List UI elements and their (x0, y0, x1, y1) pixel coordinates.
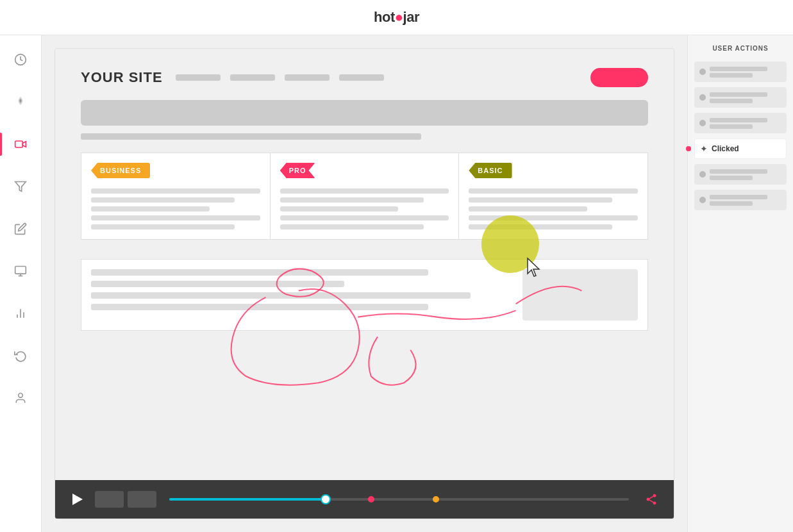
time-box-1 (95, 491, 124, 508)
action-text-3 (710, 118, 781, 129)
action-line (710, 176, 753, 180)
mock-bottom-section (81, 259, 648, 331)
pricing-col-pro: PRO (271, 153, 460, 239)
pricing-section: BUSINESS PRO (81, 153, 648, 240)
sidebar-item-history[interactable] (9, 344, 32, 367)
line (91, 206, 210, 212)
line (469, 215, 638, 220)
pro-badge: PRO (280, 163, 315, 178)
svg-rect-1 (15, 141, 23, 147)
sidebar-item-heatmaps[interactable] (9, 90, 32, 113)
logo-dot: ● (395, 9, 403, 25)
progress-thumb[interactable] (321, 494, 331, 504)
action-item-1[interactable] (694, 62, 787, 82)
action-line (710, 73, 753, 78)
event-dot-red (368, 496, 374, 503)
action-text-1 (710, 67, 781, 78)
action-dot-2 (699, 94, 706, 101)
line (469, 224, 612, 229)
action-item-2[interactable] (694, 87, 787, 108)
share-button[interactable] (642, 490, 661, 509)
bottom-line (91, 304, 428, 310)
mock-search-bar (81, 100, 648, 126)
site-mockup: YOUR SITE BUSINESS (55, 49, 674, 480)
business-lines (91, 188, 260, 229)
action-items-list: ✦ Clicked (694, 62, 787, 210)
basic-badge: BASIC (469, 163, 512, 178)
line (280, 206, 399, 212)
action-line (710, 169, 767, 174)
action-line (710, 92, 767, 97)
main-layout: YOUR SITE BUSINESS (0, 35, 793, 532)
svg-rect-4 (15, 267, 26, 274)
progress-track (169, 498, 629, 501)
svg-marker-2 (22, 142, 26, 147)
mock-sub-bar (81, 133, 421, 140)
bottom-line (91, 292, 471, 299)
action-item-6[interactable] (694, 190, 787, 210)
clicked-label: Clicked (712, 144, 739, 153)
line (280, 224, 424, 229)
pricing-col-business: BUSINESS (81, 153, 271, 239)
mock-nav-4 (339, 74, 384, 81)
right-panel: USER ACTIONS (687, 35, 793, 532)
play-icon (72, 494, 83, 505)
action-line (710, 195, 767, 199)
line (280, 215, 449, 220)
line (469, 206, 587, 212)
line (91, 188, 260, 194)
panel-title: USER ACTIONS (694, 45, 787, 52)
svg-point-10 (19, 394, 23, 398)
action-item-clicked[interactable]: ✦ Clicked (694, 138, 787, 159)
active-indicator (686, 146, 691, 151)
logo-text2: jar (403, 9, 419, 25)
action-line (710, 118, 767, 122)
sidebar-item-dashboard[interactable] (9, 48, 32, 71)
mock-site-title: YOUR SITE (81, 69, 163, 86)
sidebar-item-funnels[interactable] (9, 175, 32, 198)
logo-text: hot (374, 9, 395, 25)
mock-nav-1 (176, 74, 221, 81)
sidebar-item-recordings[interactable] (9, 133, 32, 156)
mock-header: YOUR SITE (81, 68, 648, 87)
action-text-5 (710, 169, 781, 180)
action-item-3[interactable] (694, 113, 787, 133)
time-box-2 (128, 491, 156, 508)
header: hot●jar (0, 0, 793, 35)
sidebar-item-users[interactable] (9, 387, 32, 410)
sidebar-item-forms[interactable] (9, 217, 32, 240)
action-item-5[interactable] (694, 164, 787, 185)
play-button[interactable] (68, 490, 87, 509)
sidebar-item-reports[interactable] (9, 302, 32, 325)
progress-fill (169, 498, 326, 501)
svg-marker-3 (15, 182, 26, 192)
action-text-2 (710, 92, 781, 103)
pricing-col-basic: BASIC (459, 153, 647, 239)
mock-nav-items (176, 74, 590, 81)
mock-bottom-image (522, 269, 638, 320)
clicked-icon: ✦ (700, 144, 708, 154)
line (469, 197, 612, 203)
playback-bar (55, 480, 674, 519)
mock-cta-button (590, 68, 648, 87)
mock-nav-2 (230, 74, 275, 81)
time-display (95, 491, 156, 508)
sidebar-item-polls[interactable] (9, 260, 32, 283)
content-area: YOUR SITE BUSINESS (42, 35, 687, 532)
business-badge: BUSINESS (91, 163, 150, 178)
line (91, 224, 235, 229)
line (280, 197, 424, 203)
pro-lines (280, 188, 449, 229)
event-dot-orange (433, 496, 439, 503)
recording-viewer: YOUR SITE BUSINESS (54, 48, 674, 519)
mock-bottom-text (91, 269, 513, 320)
action-line (710, 124, 753, 129)
action-line (710, 67, 767, 71)
action-dot-3 (699, 120, 706, 126)
line (280, 188, 449, 194)
sidebar (0, 35, 42, 532)
mock-nav-3 (285, 74, 330, 81)
progress-bar[interactable] (169, 497, 629, 501)
action-text-6 (710, 195, 781, 206)
bottom-line (91, 269, 428, 276)
